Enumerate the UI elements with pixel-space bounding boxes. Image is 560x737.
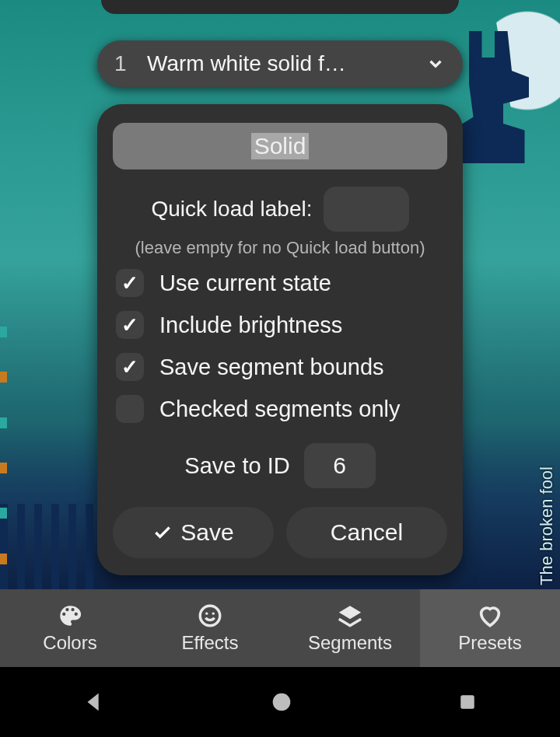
smile-icon bbox=[197, 603, 223, 629]
quick-load-label: Quick load label: bbox=[151, 197, 312, 222]
checkbox-label: Checked segments only bbox=[159, 396, 401, 422]
quick-load-hint: (leave empty for no Quick load button) bbox=[113, 238, 447, 258]
svg-point-1 bbox=[205, 612, 208, 614]
layers-icon bbox=[337, 603, 363, 629]
heart-icon bbox=[477, 603, 503, 629]
palette-icon bbox=[57, 603, 83, 629]
svg-point-2 bbox=[212, 612, 215, 614]
previous-panel-sliver bbox=[101, 0, 459, 14]
tab-label: Presets bbox=[458, 632, 521, 654]
android-back-icon[interactable] bbox=[81, 689, 107, 715]
save-to-id-input[interactable]: 6 bbox=[304, 443, 376, 488]
checkbox-use-state[interactable] bbox=[116, 269, 144, 297]
svg-rect-4 bbox=[461, 695, 475, 709]
svg-point-3 bbox=[273, 693, 291, 711]
checkbox-checked-only[interactable] bbox=[116, 395, 144, 423]
tab-colors[interactable]: Colors bbox=[0, 589, 140, 667]
save-preset-panel: Solid Quick load label: (leave empty for… bbox=[97, 104, 463, 575]
save-to-id-label: Save to ID bbox=[184, 453, 289, 479]
preset-id: 1 bbox=[114, 51, 147, 76]
save-button[interactable]: Save bbox=[113, 507, 274, 558]
preset-name-value: Solid bbox=[251, 133, 310, 159]
cancel-button-label: Cancel bbox=[331, 519, 403, 546]
check-icon bbox=[152, 522, 173, 543]
preset-selector[interactable]: 1 Warm white solid f… bbox=[97, 40, 463, 87]
tab-segments[interactable]: Segments bbox=[280, 589, 420, 667]
checkbox-save-bounds[interactable] bbox=[116, 353, 144, 381]
android-home-icon[interactable] bbox=[268, 689, 295, 715]
save-button-label: Save bbox=[180, 519, 233, 546]
wallpaper-credit: The broken fool bbox=[537, 466, 557, 585]
checkbox-label: Use current state bbox=[159, 271, 331, 296]
tab-label: Effects bbox=[182, 632, 239, 654]
checkbox-include-brightness[interactable] bbox=[116, 311, 144, 339]
android-recents-icon[interactable] bbox=[456, 690, 479, 714]
checkbox-list: Use current state Include brightness Sav… bbox=[113, 269, 447, 423]
bottom-tab-bar: Colors Effects Segments Presets bbox=[0, 589, 560, 667]
tab-label: Segments bbox=[308, 632, 392, 654]
preset-name-input[interactable]: Solid bbox=[113, 123, 447, 169]
tab-label: Colors bbox=[43, 632, 96, 654]
android-nav-bar bbox=[0, 667, 560, 737]
tab-effects[interactable]: Effects bbox=[140, 589, 280, 667]
checkbox-label: Save segment bounds bbox=[159, 355, 384, 380]
tab-presets[interactable]: Presets bbox=[420, 589, 560, 667]
check-row-save-bounds[interactable]: Save segment bounds bbox=[113, 353, 447, 381]
checkbox-label: Include brightness bbox=[159, 313, 342, 338]
chevron-down-icon bbox=[425, 54, 446, 74]
check-row-checked-only[interactable]: Checked segments only bbox=[113, 395, 447, 423]
svg-point-0 bbox=[200, 606, 220, 626]
cancel-button[interactable]: Cancel bbox=[286, 507, 447, 558]
quick-load-input[interactable] bbox=[324, 187, 409, 232]
check-row-include-brightness[interactable]: Include brightness bbox=[113, 311, 447, 339]
preset-name: Warm white solid f… bbox=[147, 51, 415, 76]
check-row-use-state[interactable]: Use current state bbox=[113, 269, 447, 297]
